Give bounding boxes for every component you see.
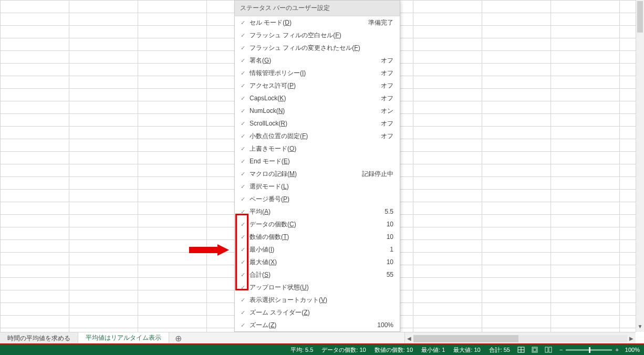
menu-item-15[interactable]: ✓平均(A)5.5 — [235, 205, 400, 218]
zoom-percent[interactable]: 100% — [622, 347, 640, 353]
menu-item-label: 平均(A) — [247, 207, 385, 216]
add-sheet-button[interactable]: ⊕ — [169, 332, 187, 344]
menu-item-label: フラッシュ フィルの変更されたセル(F) — [247, 44, 393, 53]
menu-item-label: ScrollLock(R) — [247, 120, 381, 127]
menu-item-label: フラッシュ フィルの空白セル(F) — [247, 31, 393, 40]
page-break-icon — [545, 347, 552, 353]
check-icon: ✓ — [238, 196, 247, 203]
menu-item-label: 小数点位置の固定(F) — [247, 132, 381, 141]
menu-item-20[interactable]: ✓合計(S)55 — [235, 268, 400, 281]
menu-item-label: 署名(G) — [247, 56, 381, 65]
status-stat-4: 最大値: 10 — [449, 346, 484, 354]
menu-item-9[interactable]: ✓小数点位置の固定(F)オフ — [235, 130, 400, 142]
vertical-scrollbar[interactable]: ▼ — [636, 0, 644, 332]
menu-item-0[interactable]: ✓セル モード(D)準備完了 — [235, 16, 400, 29]
menu-item-status: 10 — [387, 233, 394, 241]
statusbar-context-menu: ステータス バーのユーザー設定 ✓セル モード(D)準備完了✓フラッシュ フィル… — [234, 0, 400, 332]
status-stat-0: 平均: 5.5 — [286, 346, 317, 354]
menu-item-2[interactable]: ✓フラッシュ フィルの変更されたセル(F) — [235, 41, 400, 54]
horizontal-scrollbar[interactable]: ◀ ▶ — [404, 332, 636, 344]
menu-item-3[interactable]: ✓署名(G)オフ — [235, 54, 400, 67]
status-bar: 平均: 5.5データの個数: 10数値の個数: 10最小値: 1最大値: 10合… — [0, 344, 644, 355]
menu-item-label: マクロの記録(M) — [247, 170, 362, 179]
menu-item-7[interactable]: ✓NumLock(N)オン — [235, 105, 400, 117]
menu-item-label: 最小値(I) — [247, 245, 390, 254]
check-icon: ✓ — [238, 183, 247, 190]
check-icon: ✓ — [238, 246, 247, 253]
menu-item-24[interactable]: ✓ズーム(Z)100% — [235, 319, 400, 331]
view-page-break-button[interactable] — [542, 344, 555, 355]
check-icon: ✓ — [238, 45, 247, 51]
sheet-tab-0[interactable]: 時間の平均値を求める — [0, 332, 78, 344]
svg-rect-7 — [549, 347, 552, 352]
menu-item-14[interactable]: ✓ページ番号(P) — [235, 193, 400, 205]
menu-item-12[interactable]: ✓マクロの記録(M)記録停止中 — [235, 168, 400, 180]
menu-item-label: 選択モード(L) — [247, 182, 393, 191]
vscroll-down-arrow[interactable]: ▼ — [636, 322, 644, 331]
check-icon: ✓ — [238, 322, 247, 329]
check-icon: ✓ — [238, 145, 247, 152]
menu-item-1[interactable]: ✓フラッシュ フィルの空白セル(F) — [235, 29, 400, 41]
menu-item-label: 数値の個数(T) — [247, 233, 387, 242]
zoom-out-button[interactable]: − — [559, 347, 563, 353]
sheet-tab-1[interactable]: 平均値はリアルタイム表示 — [78, 332, 169, 344]
menu-item-status: オフ — [381, 132, 394, 141]
status-stat-5: 合計: 55 — [485, 346, 514, 354]
view-page-layout-button[interactable] — [528, 344, 542, 355]
menu-item-status: オン — [381, 107, 394, 116]
check-icon: ✓ — [238, 221, 247, 228]
view-normal-button[interactable] — [514, 344, 528, 355]
menu-item-status: 10 — [387, 221, 394, 228]
zoom-slider-thumb[interactable] — [589, 347, 590, 353]
check-icon: ✓ — [238, 70, 247, 77]
menu-item-label: ズーム(Z) — [247, 321, 377, 330]
menu-item-16[interactable]: ✓データの個数(C)10 — [235, 218, 400, 231]
check-icon: ✓ — [238, 259, 247, 266]
menu-item-5[interactable]: ✓アクセス許可(P)オフ — [235, 79, 400, 92]
menu-item-17[interactable]: ✓数値の個数(T)10 — [235, 231, 400, 243]
menu-item-label: 表示選択ショートカット(V) — [247, 296, 393, 305]
menu-item-4[interactable]: ✓情報管理ポリシー(I)オフ — [235, 67, 400, 79]
check-icon: ✓ — [238, 309, 247, 316]
menu-item-status: 記録停止中 — [362, 170, 394, 179]
vscroll-thumb[interactable] — [637, 1, 643, 33]
check-icon: ✓ — [238, 158, 247, 165]
menu-item-13[interactable]: ✓選択モード(L) — [235, 180, 400, 193]
check-icon: ✓ — [238, 297, 247, 304]
menu-item-label: アクセス許可(P) — [247, 81, 381, 90]
menu-item-status: 準備完了 — [368, 18, 394, 27]
menu-item-8[interactable]: ✓ScrollLock(R)オフ — [235, 117, 400, 130]
menu-item-label: ページ番号(P) — [247, 195, 393, 204]
menu-item-23[interactable]: ✓ズーム スライダー(Z) — [235, 306, 400, 319]
hscroll-left-arrow[interactable]: ◀ — [405, 336, 413, 341]
zoom-in-button[interactable]: + — [615, 347, 618, 353]
menu-item-label: CapsLock(K) — [247, 95, 381, 102]
menu-item-22[interactable]: ✓表示選択ショートカット(V) — [235, 294, 400, 306]
menu-item-label: NumLock(N) — [247, 107, 381, 114]
menu-item-21[interactable]: ✓アップロード状態(U) — [235, 281, 400, 294]
hscroll-right-arrow[interactable]: ▶ — [627, 336, 636, 341]
menu-item-11[interactable]: ✓End モード(E) — [235, 155, 400, 168]
check-icon: ✓ — [238, 171, 247, 178]
menu-item-6[interactable]: ✓CapsLock(K)オフ — [235, 92, 400, 105]
check-icon: ✓ — [238, 208, 247, 215]
menu-item-label: 情報管理ポリシー(I) — [247, 69, 381, 78]
menu-item-status: オフ — [381, 69, 394, 78]
menu-item-10[interactable]: ✓上書きモード(O) — [235, 142, 400, 155]
plus-icon: ⊕ — [175, 333, 182, 343]
sheet-tabs-row: 時間の平均値を求める平均値はリアルタイム表示 ⊕ ◀ ▶ — [0, 332, 636, 344]
menu-item-19[interactable]: ✓最大値(X)10 — [235, 256, 400, 268]
status-stat-1: データの個数: 10 — [317, 346, 370, 354]
grid-view-icon — [517, 347, 525, 353]
menu-item-label: 上書きモード(O) — [247, 144, 393, 153]
svg-rect-6 — [545, 347, 548, 352]
menu-item-status: 10 — [387, 258, 394, 266]
menu-item-status: 1 — [390, 246, 394, 253]
menu-item-status: オフ — [381, 56, 394, 65]
hscroll-thumb[interactable] — [413, 335, 518, 342]
menu-item-label: データの個数(C) — [247, 220, 387, 229]
menu-item-18[interactable]: ✓最小値(I)1 — [235, 243, 400, 256]
menu-item-status: オフ — [381, 94, 394, 103]
menu-item-label: セル モード(D) — [247, 18, 368, 27]
zoom-slider[interactable] — [566, 349, 612, 351]
